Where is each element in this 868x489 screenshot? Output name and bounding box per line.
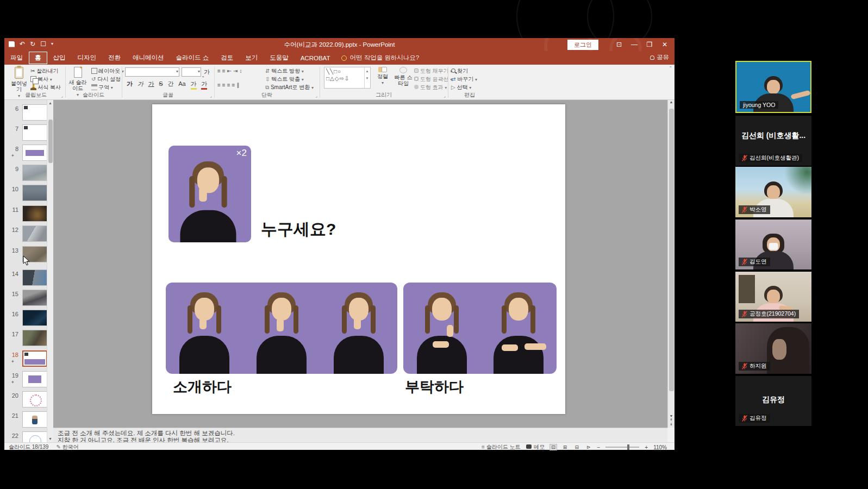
reading-view-icon[interactable]: ⊟ [573, 444, 580, 450]
tab-design[interactable]: 디자인 [72, 52, 103, 64]
notes-pane[interactable]: 조금 전 소개 해 주셨는데요. 제 소개를 다시 한번 해 보겠습니다. 지참… [53, 428, 667, 442]
dialog-launcher-icon[interactable]: ⌟ [444, 93, 446, 98]
align-text-button[interactable]: ⇳ 텍스트 맞춤 ▾ [265, 75, 304, 84]
previous-slide-icon[interactable]: ↟ [668, 418, 675, 422]
align-right-icon[interactable]: ≡ [227, 82, 232, 88]
tab-view[interactable]: 보기 [239, 52, 264, 64]
align-center-icon[interactable]: ≡ [222, 82, 227, 88]
next-slide-icon[interactable]: ↡ [668, 422, 675, 427]
zoom-slider-handle[interactable] [627, 444, 629, 450]
slide-thumbnail[interactable]: 20 [4, 391, 47, 409]
numbering-icon[interactable]: ≡ [222, 68, 227, 74]
columns-icon[interactable]: ∥ [236, 82, 241, 88]
slide-thumbnail[interactable]: 19✦ [4, 371, 47, 388]
tab-acrobat[interactable]: ACROBAT [295, 53, 336, 64]
slideshow-icon[interactable]: ⊳ [585, 444, 592, 450]
slide-scrollbar[interactable]: ▲ ▼ ↟ ↡ [667, 100, 675, 428]
slide[interactable]: ×2 누구세요? 소개하다 부탁하다 [152, 104, 565, 414]
ribbon-display-options-icon[interactable]: ⊡ [611, 38, 627, 51]
scroll-down-icon[interactable]: ▼ [47, 436, 53, 442]
slide-thumbnail[interactable]: 17 [4, 330, 47, 347]
select-button[interactable]: ▷ 선택 ▾ [451, 83, 471, 92]
replace-button[interactable]: ⇄ 바꾸기 ▾ [451, 75, 477, 84]
slide-thumbnail[interactable]: 14 [4, 269, 47, 287]
bold-button[interactable]: 가 [127, 80, 133, 88]
indent-decrease-icon[interactable]: ⇤ [227, 68, 233, 74]
slide-thumbnail[interactable]: 9 [4, 165, 47, 182]
slide-thumbnail[interactable]: 21 [4, 411, 47, 429]
participant-tile-active[interactable]: jiyoung YOO [735, 61, 811, 113]
bullets-icon[interactable]: ≡ [217, 68, 222, 74]
login-button[interactable]: 로그인 [567, 40, 598, 50]
scroll-down-icon[interactable]: ▼ [668, 414, 675, 418]
participant-tile[interactable]: 김선희 (비호생활... 김선희(비호생활관) [735, 116, 811, 166]
layout-button[interactable]: 레이아웃 ▾ [91, 67, 124, 76]
normal-view-icon[interactable]: ⊡ [550, 444, 557, 450]
minimize-icon[interactable]: — [627, 38, 642, 51]
tab-review[interactable]: 검토 [215, 52, 239, 64]
language-indicator[interactable]: 한국어 [63, 444, 79, 450]
font-color-button[interactable]: 가 [201, 80, 207, 90]
copy-button[interactable]: 복사 ▾ [30, 75, 52, 84]
tab-slideshow[interactable]: 슬라이드 쇼 [170, 52, 215, 64]
shape-fill-button[interactable]: 도형 채우기 ▾ [414, 67, 452, 76]
tell-me-box[interactable]: 어떤 작업을 원하시나요? [341, 54, 419, 62]
smartart-convert-button[interactable]: ⧉ SmartArt로 변환 ▾ [265, 83, 314, 92]
shape-effects-button[interactable]: 도형 효과 ▾ [414, 83, 447, 92]
slide-thumbnail[interactable]: 6 [4, 104, 47, 122]
slide-thumbnail[interactable]: 7 [4, 124, 47, 142]
slide-thumbnail[interactable]: 10 [4, 185, 47, 202]
font-name-combo[interactable] [125, 67, 179, 77]
sign-image-single[interactable]: ×2 [168, 146, 251, 242]
slide-thumbnail[interactable]: 13 [4, 246, 47, 264]
zoom-out-icon[interactable]: − [597, 444, 600, 450]
tab-animations[interactable]: 애니메이션 [127, 52, 170, 64]
zoom-slider[interactable] [605, 447, 639, 448]
dialog-launcher-icon[interactable]: ⌟ [61, 93, 63, 98]
participant-tile[interactable]: 공정호(21902704) [735, 272, 811, 322]
close-icon[interactable]: ✕ [657, 38, 672, 51]
quick-styles-button[interactable]: 빠른 스타일 [394, 67, 413, 86]
change-case-button[interactable]: Aa [178, 80, 185, 88]
participant-tile[interactable]: 하지원 [735, 323, 811, 374]
zoom-level[interactable]: 110% [653, 444, 667, 450]
indent-increase-icon[interactable]: ⇥ [233, 68, 239, 74]
ribbon-collapse-icon[interactable]: ⌃ [669, 66, 672, 71]
underline-button[interactable]: 가 [148, 80, 154, 88]
sign-sequence-introduce[interactable] [166, 283, 397, 374]
slide-thumbnail[interactable]: 11 [4, 205, 47, 223]
scroll-up-icon[interactable]: ▲ [668, 100, 675, 104]
cut-button[interactable]: ✂ 잘라내기 [30, 67, 58, 75]
restore-icon[interactable]: ❐ [642, 38, 657, 51]
sign-sequence-request[interactable] [403, 283, 557, 374]
arrange-button[interactable]: 정렬▾ [373, 67, 392, 86]
tab-file[interactable]: 파일 [4, 52, 29, 64]
dialog-launcher-icon[interactable]: ⌟ [210, 93, 212, 98]
slide-thumbnail-selected[interactable]: 18✦ [4, 350, 47, 368]
section-button[interactable]: 구역 ▾ [91, 83, 113, 92]
slide-thumbnail[interactable]: 16 [4, 310, 47, 327]
align-left-icon[interactable]: ≡ [217, 82, 222, 88]
find-button[interactable]: 찾기 [451, 67, 468, 75]
thumbnail-scrollbar[interactable]: ▲ ▼ [47, 100, 53, 442]
participant-tile[interactable]: 김유정 김유정 [735, 376, 811, 426]
line-spacing-icon[interactable]: ↕ [239, 68, 243, 74]
zoom-in-icon[interactable]: + [645, 444, 648, 450]
participant-tile[interactable]: 박소영 [735, 167, 811, 217]
shape-outline-button[interactable]: 도형 윤곽선 ▾ [414, 75, 452, 84]
highlight-color-button[interactable]: 가 [191, 80, 197, 90]
participant-tile[interactable]: 김도연 [735, 220, 811, 269]
slide-thumbnail[interactable]: 22 [4, 431, 47, 442]
caption-introduce[interactable]: 소개하다 [173, 377, 232, 397]
slide-thumbnail[interactable]: 8✦ [4, 145, 47, 162]
italic-button[interactable]: 가 [138, 80, 143, 88]
slide-question-text[interactable]: 누구세요? [261, 218, 336, 241]
shapes-gallery[interactable]: ╲╲□○□△◇⇨⇩ ▴▾ [324, 67, 371, 89]
reset-button[interactable]: ↺ 다시 설정 [91, 75, 121, 83]
share-button[interactable]: 공유 [650, 53, 669, 61]
slide-thumbnail[interactable]: 12 [4, 225, 47, 243]
font-size-combo[interactable] [182, 67, 201, 77]
tab-transitions[interactable]: 전환 [102, 52, 127, 64]
tab-insert[interactable]: 삽입 [47, 52, 72, 64]
strikethrough-button[interactable]: S [159, 80, 163, 88]
